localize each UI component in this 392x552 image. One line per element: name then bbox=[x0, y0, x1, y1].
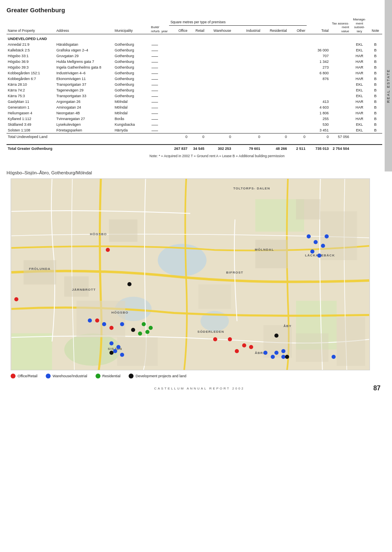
cell-other bbox=[288, 59, 307, 65]
map-dot bbox=[102, 322, 106, 326]
legend-label: Warehouse/Industrial bbox=[53, 374, 87, 378]
cell-retail bbox=[189, 127, 206, 134]
cell-subsid: HAR bbox=[350, 53, 369, 59]
cell-taxval bbox=[330, 110, 350, 116]
legend-dot bbox=[46, 374, 51, 378]
cell-taxval bbox=[330, 127, 350, 134]
table-row: Generatorn 1 Aminogatan 24 Mölndal 4 603… bbox=[7, 105, 382, 110]
cell-address: Transportgatan 33 bbox=[55, 93, 114, 99]
cell-subsid: EKL bbox=[350, 87, 369, 93]
cell-address: Häraldsgatan bbox=[55, 42, 114, 47]
cell-subsid: EKL bbox=[350, 82, 369, 87]
cell-office bbox=[169, 127, 189, 134]
dash-icon bbox=[151, 62, 158, 62]
cell-other bbox=[288, 93, 307, 99]
cell-ut-total: 0 bbox=[307, 134, 330, 140]
map-dot bbox=[285, 355, 289, 359]
cell-build bbox=[150, 59, 169, 65]
col-header-address: Address bbox=[55, 17, 114, 34]
legend-dot bbox=[129, 374, 134, 378]
cell-municipality: Gothenburg bbox=[114, 65, 150, 70]
cell-undeveloped-total-label: Total Undeveloped Land bbox=[7, 134, 169, 140]
cell-address: Argongatan 26 bbox=[55, 99, 114, 105]
cell-municipality: Gothenburg bbox=[114, 70, 150, 76]
cell-other bbox=[288, 53, 307, 59]
cell-municipality: Kungsbacka bbox=[114, 122, 150, 127]
map-place-label: TOLTORPS- DALEN bbox=[233, 187, 270, 190]
cell-taxval bbox=[330, 53, 350, 59]
cell-other bbox=[288, 87, 307, 93]
cell-ut-other: 0 bbox=[288, 134, 307, 140]
dash-icon bbox=[151, 108, 158, 108]
map-place-label: MÖLNDAL bbox=[255, 248, 274, 252]
legend-item: Office/Retail bbox=[11, 374, 38, 378]
cell-gt-other: 2 511 bbox=[288, 145, 307, 152]
svg-rect-19 bbox=[198, 285, 231, 309]
cell-build bbox=[150, 127, 169, 134]
cell-other bbox=[288, 76, 307, 82]
map-dot bbox=[138, 332, 142, 336]
cell-office bbox=[169, 70, 189, 76]
table-row: Kobbegården 152:1 Industrivägen 4–6 Goth… bbox=[7, 70, 382, 76]
dash-icon bbox=[151, 56, 158, 57]
cell-other bbox=[288, 99, 307, 105]
cell-gt-office: 267 837 bbox=[169, 145, 189, 152]
map-dot bbox=[120, 353, 124, 357]
cell-municipality: Mölndal bbox=[114, 110, 150, 116]
cell-subsid: EKL bbox=[350, 93, 369, 99]
cell-industrial bbox=[232, 47, 261, 53]
cell-note: B bbox=[369, 99, 382, 105]
cell-name: Kärra 74:2 bbox=[7, 87, 55, 93]
cell-ut-note bbox=[369, 134, 382, 140]
cell-address: Hulda Mellgrens gata 7 bbox=[55, 59, 114, 65]
map-dot bbox=[142, 322, 146, 326]
table-row: Kärra 75:3 Transportgatan 33 Gothenburg … bbox=[7, 93, 382, 99]
col-header-taxval: Tax assess-mentvalue bbox=[330, 17, 350, 34]
cell-warehouse bbox=[206, 110, 232, 116]
cell-address: Grafiska vägen 2–4 bbox=[55, 47, 114, 53]
cell-office bbox=[169, 76, 189, 82]
col-header-name: Name of Property bbox=[7, 17, 55, 34]
cell-office bbox=[169, 110, 189, 116]
cell-retail bbox=[189, 99, 206, 105]
cell-industrial bbox=[232, 42, 261, 47]
svg-rect-11 bbox=[255, 240, 288, 269]
cell-office bbox=[169, 42, 189, 47]
dash-icon bbox=[151, 119, 158, 120]
cell-industrial bbox=[232, 127, 261, 134]
svg-rect-16 bbox=[336, 317, 365, 366]
cell-residential bbox=[261, 105, 288, 110]
map-title: Högsbo–Sisjön–Åbro, Gothenburg/Mölndal bbox=[7, 170, 382, 175]
cell-subsid: HAR bbox=[350, 65, 369, 70]
cell-total: 530 bbox=[307, 122, 330, 127]
cell-other bbox=[288, 105, 307, 110]
col-header-industrial: Industrial bbox=[232, 25, 261, 34]
cell-address: Transportgatan 37 bbox=[55, 82, 114, 87]
cell-taxval bbox=[330, 116, 350, 122]
cell-industrial bbox=[232, 53, 261, 59]
map-place-label: HÖGSBO bbox=[111, 311, 129, 314]
cell-note: B bbox=[369, 76, 382, 82]
dash-icon bbox=[151, 68, 158, 68]
map-dot bbox=[228, 337, 232, 341]
cell-industrial bbox=[232, 65, 261, 70]
cell-other bbox=[288, 110, 307, 116]
cell-residential bbox=[261, 122, 288, 127]
cell-retail bbox=[189, 53, 206, 59]
cell-total bbox=[307, 87, 330, 93]
cell-office bbox=[169, 122, 189, 127]
cell-municipality: Gothenburg bbox=[114, 47, 150, 53]
map-place-label: BIFROST bbox=[226, 271, 243, 274]
cell-subsid: EKL bbox=[350, 122, 369, 127]
cell-total: 4 603 bbox=[307, 105, 330, 110]
cell-total bbox=[307, 82, 330, 87]
cell-name: Kobbegården 6:7 bbox=[7, 76, 55, 82]
cell-office bbox=[169, 116, 189, 122]
map-dot bbox=[109, 326, 114, 330]
cell-warehouse bbox=[206, 47, 232, 53]
cell-note: B bbox=[369, 110, 382, 116]
cell-ut-subsid bbox=[350, 134, 369, 140]
cell-taxval bbox=[330, 87, 350, 93]
cell-residential bbox=[261, 82, 288, 87]
col-header-retail: Retail bbox=[189, 25, 206, 34]
